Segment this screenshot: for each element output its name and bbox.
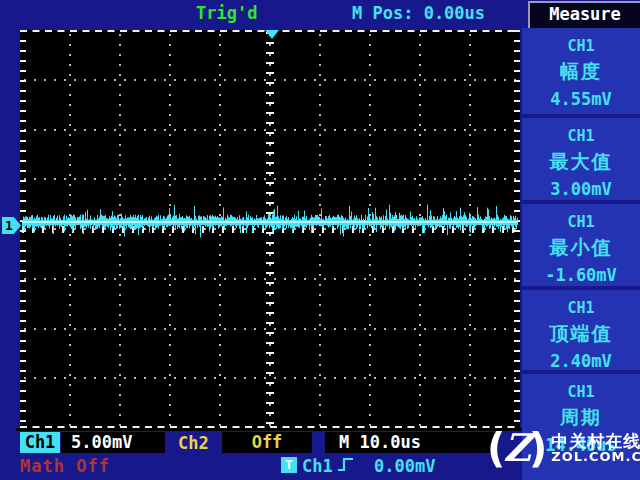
measure-panel-top[interactable]: CH1 顶端值 2.40mV	[522, 290, 640, 370]
watermark-en-text: ZOL.COM.CN	[551, 450, 640, 464]
zol-watermark: ( Z ) 中关村在线 ZOL.COM.CN	[487, 426, 640, 470]
zol-logo-icon: ( Z )	[487, 426, 547, 470]
measure-channel: CH1	[522, 127, 640, 145]
measure-channel: CH1	[522, 299, 640, 317]
trigger-badge: T	[281, 457, 297, 473]
oscilloscope-screen: Trig'd M Pos: 0.00us Measure 1 CH1 幅度 4.…	[0, 0, 640, 480]
measure-value: 2.40mV	[522, 351, 640, 371]
measure-panel-max[interactable]: CH1 最大值 3.00mV	[522, 118, 640, 200]
graticule-canvas	[20, 30, 520, 428]
measure-value: 3.00mV	[522, 179, 640, 199]
measure-menu-button[interactable]: Measure	[528, 1, 640, 30]
ch1-badge[interactable]: Ch1	[20, 432, 60, 453]
measure-label: 顶端值	[522, 321, 640, 347]
ch1-volts-per-div: 5.00mV	[61, 432, 165, 453]
m-position-readout: M Pos: 0.00us	[352, 3, 485, 23]
timebase-readout: M 10.0us	[325, 432, 497, 453]
zol-logo-letter: Z	[503, 426, 531, 470]
trigger-position-marker-icon[interactable]	[265, 30, 279, 39]
trigger-status: Trig'd	[196, 3, 257, 23]
rising-edge-icon	[337, 456, 355, 478]
ch2-label: Ch2	[178, 433, 209, 453]
measure-label: 幅度	[522, 59, 640, 85]
channel1-ground-marker[interactable]: 1	[2, 217, 21, 234]
math-status: Math Off	[20, 456, 110, 476]
trigger-level-readout: 0.00mV	[374, 456, 435, 476]
measure-value: 4.55mV	[522, 89, 640, 109]
measure-channel: CH1	[522, 213, 640, 231]
divider	[16, 428, 522, 431]
measure-label: 最小值	[522, 235, 640, 261]
measure-channel: CH1	[522, 383, 640, 401]
measure-label: 最大值	[522, 149, 640, 175]
ch2-status: Off	[222, 432, 312, 453]
measure-channel: CH1	[522, 37, 640, 55]
trigger-source: Ch1	[302, 456, 333, 476]
measure-panel-min[interactable]: CH1 最小值 -1.60mV	[522, 204, 640, 286]
measure-panel-amplitude[interactable]: CH1 幅度 4.55mV	[522, 28, 640, 114]
measure-value: -1.60mV	[522, 265, 640, 285]
watermark-cn-text: 中关村在线	[551, 432, 640, 450]
